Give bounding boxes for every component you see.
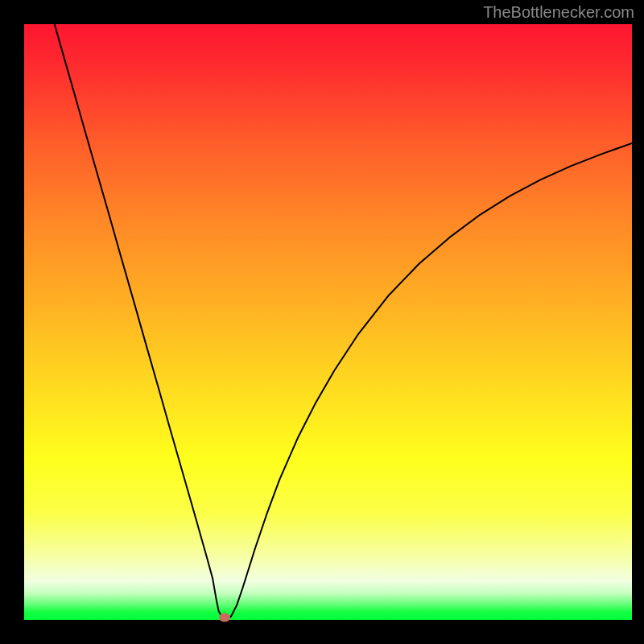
- minimum-point-marker: [219, 613, 230, 622]
- chart-curve-svg: [24, 24, 632, 620]
- chart-plot-area: [24, 24, 632, 620]
- bottleneck-curve-path: [55, 24, 632, 618]
- watermark-text: TheBottlenecker.com: [483, 3, 634, 22]
